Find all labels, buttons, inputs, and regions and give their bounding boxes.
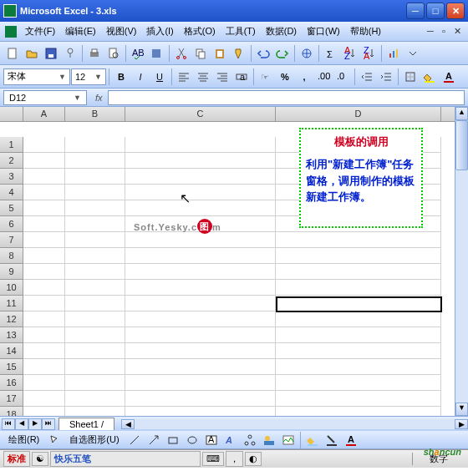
cell[interactable] [125,137,276,153]
borders-icon[interactable] [401,68,420,86]
cell[interactable] [65,137,125,153]
merge-center-icon[interactable]: a [232,68,251,86]
cell[interactable] [125,200,276,216]
italic-button[interactable]: I [131,68,150,86]
cell[interactable] [276,280,441,296]
cell[interactable] [125,248,276,264]
row-header[interactable]: 10 [0,280,23,296]
cell[interactable] [23,296,65,311]
autoshapes-menu[interactable]: 自选图形(U) [64,432,124,448]
cell[interactable] [65,153,125,169]
cell[interactable] [125,280,276,296]
cell[interactable] [276,232,441,248]
cell[interactable] [65,391,125,407]
horizontal-scrollbar[interactable]: ◀ ▶ [121,419,468,429]
row-header[interactable]: 16 [0,375,23,391]
cell[interactable] [23,232,65,248]
cell[interactable] [65,185,125,200]
cell[interactable] [125,264,276,280]
row-header[interactable]: 14 [0,343,23,359]
selected-cell[interactable] [276,296,442,312]
align-center-icon[interactable] [194,68,212,86]
increase-decimal-icon[interactable]: .00 [314,68,333,86]
rectangle-icon[interactable] [164,431,182,449]
font-color-draw-icon[interactable]: A [342,431,360,449]
cell[interactable] [125,153,276,169]
hyperlink-icon[interactable] [298,44,316,63]
cell[interactable] [65,232,125,248]
row-header[interactable]: 1 [0,137,23,153]
cell[interactable] [276,248,441,264]
sort-asc-icon[interactable]: AZ [341,44,359,63]
picture-icon[interactable] [279,431,298,449]
line-icon[interactable] [125,431,144,449]
fill-color-icon[interactable] [420,68,439,86]
menu-window[interactable]: 窗口(W) [302,23,345,39]
col-header-C[interactable]: C [125,107,276,121]
col-header-A[interactable]: A [23,107,65,121]
row-header[interactable]: 8 [0,248,23,264]
minimize-button[interactable]: ─ [406,3,425,19]
font-color-icon[interactable]: A [440,68,458,86]
cell[interactable] [65,200,125,216]
cell[interactable] [23,248,65,264]
row-header[interactable]: 9 [0,264,23,280]
cell[interactable] [23,359,65,375]
cell[interactable] [23,407,65,416]
close-button[interactable]: ✕ [446,3,465,19]
cell[interactable] [276,359,441,375]
percent-icon[interactable]: % [276,68,294,86]
col-header-D[interactable]: D [276,107,441,121]
align-left-icon[interactable] [175,68,193,86]
maximize-button[interactable]: □ [426,3,445,19]
cell[interactable] [23,391,65,407]
menu-insert[interactable]: 插入(I) [141,23,178,39]
new-icon[interactable] [3,44,22,63]
cell[interactable] [125,169,276,185]
print-icon[interactable] [85,44,104,63]
cell[interactable] [125,343,276,359]
preview-icon[interactable] [104,44,123,63]
scroll-left-icon[interactable]: ◀ [121,419,135,429]
row-header[interactable]: 6 [0,216,23,232]
ime-keyboard-icon[interactable]: ⌨ [202,452,224,466]
paste-icon[interactable] [211,44,229,63]
cell[interactable] [125,407,276,416]
cell[interactable] [125,311,276,327]
format-painter-icon[interactable] [230,44,248,63]
autosum-icon[interactable]: Σ [322,44,340,63]
tab-last-icon[interactable]: ⏭ [42,418,55,430]
row-header[interactable]: 15 [0,359,23,375]
cell[interactable] [23,216,65,232]
decrease-indent-icon[interactable] [358,68,376,86]
cell[interactable] [65,216,125,232]
fill-color-draw-icon[interactable] [303,431,322,449]
tab-next-icon[interactable]: ▶ [28,418,42,430]
cell[interactable] [276,264,441,280]
cell[interactable] [65,169,125,185]
row-header[interactable]: 4 [0,185,23,200]
cell[interactable] [65,280,125,296]
scroll-up-icon[interactable]: ▲ [455,107,468,120]
diagram-icon[interactable] [241,431,259,449]
cell[interactable] [23,343,65,359]
row-header[interactable]: 3 [0,169,23,185]
scroll-down-icon[interactable]: ▼ [455,403,468,416]
fx-icon[interactable]: fx [90,93,108,103]
clipart-icon[interactable] [260,431,278,449]
mdi-close-button[interactable]: ✕ [451,26,463,37]
cell[interactable] [65,407,125,416]
more-icon[interactable] [404,44,422,63]
menu-tools[interactable]: 工具(T) [221,23,261,39]
cell[interactable] [23,375,65,391]
row-header[interactable]: 18 [0,407,23,416]
ime-switch-button[interactable]: ☯ [32,452,48,466]
cell[interactable] [276,327,441,343]
draw-menu[interactable]: 绘图(R) [3,432,44,448]
row-header[interactable]: 13 [0,327,23,343]
textbox-icon[interactable]: A [202,431,221,449]
underline-button[interactable]: U [150,68,169,86]
sheet-tab[interactable]: Sheet1 / [58,418,114,430]
menu-file[interactable]: 文件(F) [20,23,60,39]
currency-icon[interactable]: ☞ [257,68,275,86]
